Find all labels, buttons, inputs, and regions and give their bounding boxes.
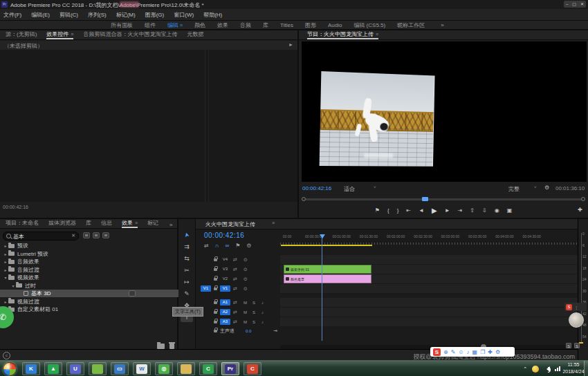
panel-menu-icon[interactable]: ≡ [71, 32, 73, 37]
network-icon[interactable] [555, 366, 560, 371]
scrub-right-handle[interactable] [581, 197, 585, 201]
taskbar-app-green[interactable]: ▲ [44, 362, 62, 375]
voiceover-mic-icon[interactable]: ♪ [261, 310, 264, 314]
workspace-menu-icon[interactable]: ≡ [180, 23, 183, 28]
tab-project-0[interactable]: 项目：未命名 [6, 219, 39, 228]
add-button-icon[interactable]: ✚ [578, 207, 582, 213]
chevron-down-icon[interactable]: ˅ [534, 185, 537, 189]
sync-lock-icon[interactable]: ⇄ [233, 300, 237, 306]
tab-program[interactable]: 节目：火火中国龙淘宝上传≡ [307, 30, 378, 39]
settings-icon[interactable]: ⚙ [495, 349, 500, 355]
voiceover-mic-icon[interactable]: ♪ [261, 301, 264, 305]
scrub-left-handle[interactable] [302, 197, 306, 201]
minimize-icon[interactable]: – [566, 1, 568, 8]
tree-item-4[interactable]: ▾视频效果 [0, 274, 180, 281]
export-frame-button[interactable]: ◉ [495, 207, 499, 214]
lock-icon[interactable] [214, 330, 217, 332]
skin-icon[interactable]: ✚ [488, 349, 493, 355]
taskbar-app-circle[interactable]: ◎ [155, 362, 173, 375]
track-target-V1[interactable]: V1 [220, 285, 230, 292]
lock-icon[interactable] [214, 311, 217, 314]
emoji-icon[interactable]: ☺ [458, 349, 463, 355]
panel-menu-icon[interactable]: ≡ [135, 220, 138, 225]
track-visible-eye-icon[interactable]: ⊙ [244, 267, 248, 272]
taskbar-app-camtasia[interactable]: C [199, 362, 217, 375]
sogou-logo-icon[interactable]: S [433, 348, 441, 356]
playhead-line[interactable] [322, 237, 322, 341]
workspace-tab-10[interactable]: 编辑 (CS5.5) [353, 21, 385, 29]
menu-item-3[interactable]: 序列(S) [88, 11, 107, 19]
linked-selection-icon[interactable]: ∞ [225, 243, 229, 249]
close-icon[interactable]: ✕ [580, 1, 584, 8]
delete-trash-icon[interactable] [169, 344, 174, 349]
taskbar-app-u[interactable]: U [66, 362, 84, 375]
track-target-V4[interactable]: V4 [220, 256, 230, 263]
sync-lock-icon[interactable]: ⇄ [233, 276, 237, 282]
step-back-button[interactable]: ◄ [419, 207, 424, 214]
workspace-tab-5[interactable]: 音频 [240, 21, 251, 29]
slip-tool[interactable]: ↦ [181, 276, 193, 287]
taskbar-app-monster[interactable] [89, 362, 107, 375]
search-value[interactable]: 基本 [13, 233, 24, 241]
sogou-input-toolbar[interactable]: S ⊕✎☺♪▦❐✚⚙ [430, 347, 515, 357]
comparison-view-button[interactable]: ▣ [507, 207, 513, 214]
track-visible-eye-icon[interactable]: ⊙ [244, 276, 248, 282]
workspace-tab-1[interactable]: 组件 [145, 21, 156, 29]
window-controls[interactable]: – ▢ ✕ [564, 1, 586, 8]
tab-source-1[interactable]: 效果控件≡ [46, 30, 73, 39]
workspace-tab-7[interactable]: Titles [280, 22, 293, 28]
tab-source-0[interactable]: 源：(无剪辑) [6, 30, 37, 39]
razor-tool[interactable]: ✂ [181, 265, 193, 275]
mark-in-button[interactable]: { [387, 207, 389, 214]
mute-button[interactable]: M [244, 310, 247, 314]
32bit-effects-filter-icon[interactable] [93, 232, 100, 238]
title-bar[interactable]: Pr Adobe Premiere Pro CC 2018 - D:\我的文档\… [0, 0, 588, 10]
track-target-A2[interactable]: A2 [220, 309, 230, 315]
ripple-edit-tool[interactable]: ⇆ [181, 253, 193, 263]
workspace-tab-11[interactable]: 昵称工作区 [397, 21, 425, 29]
clip-0[interactable]: 嵌套序列 01 [284, 265, 371, 274]
chevron-right-icon[interactable]: ▸ [3, 252, 8, 256]
clipboard-icon[interactable]: ❐ [480, 349, 485, 355]
clip-1[interactable]: 颜色遮罩 [284, 274, 371, 283]
tree-item-0[interactable]: ▸预设 [0, 242, 180, 250]
panel-menu-icon[interactable]: ≡ [272, 220, 275, 225]
add-marker-button[interactable]: ⚑ [375, 207, 380, 214]
chevron-down-icon[interactable]: ▾ [3, 275, 8, 280]
lock-icon[interactable] [214, 278, 217, 281]
workspace-tab-9[interactable]: Audio [328, 22, 342, 28]
menu-item-0[interactable]: 文件(F) [3, 11, 21, 19]
workspace-tab-6[interactable]: 库 [263, 21, 268, 29]
expand-arrow-icon[interactable]: ► [288, 42, 293, 47]
tab-sequence[interactable]: 火火中国龙淘宝上传 [205, 220, 255, 228]
settings-wrench-icon[interactable]: ⚙ [544, 185, 549, 191]
sync-lock-icon[interactable]: ⇄ [233, 257, 237, 263]
maximize-icon[interactable]: ▢ [572, 1, 576, 8]
tab-project-1[interactable]: 媒体浏览器 [48, 219, 76, 228]
chevron-down-icon[interactable]: ▾ [10, 283, 16, 288]
taskbar-app-video[interactable]: ▭ [111, 362, 129, 375]
timeline-timecode[interactable]: 00:00:42:16 [204, 232, 244, 239]
mute-button[interactable]: M [244, 301, 247, 305]
taskbar-clock[interactable]: 11:55 2018/4/24 [560, 361, 587, 375]
menu-item-5[interactable]: 图形(G) [145, 11, 165, 19]
tree-item-8[interactable]: ▸自定义素材箱 01 [0, 306, 180, 313]
tab-project-2[interactable]: 库 [86, 219, 91, 228]
sync-lock-icon[interactable]: ⇄ [233, 286, 237, 292]
tray-expand-icon[interactable]: ⌃ [523, 366, 527, 372]
yuv-effects-filter-icon[interactable] [102, 232, 109, 238]
clear-search-icon[interactable]: ✕ [71, 233, 75, 238]
chevron-right-icon[interactable]: ▸ [3, 299, 8, 304]
menu-item-7[interactable]: 帮助(H) [203, 11, 222, 19]
program-position-timecode[interactable]: 00:00:42:16 [302, 185, 331, 191]
solo-button[interactable]: S [566, 343, 571, 348]
menu-item-6[interactable]: 窗口(W) [174, 11, 194, 19]
panel-overflow-icon[interactable]: » [169, 222, 172, 228]
floating-avatar[interactable] [569, 312, 584, 328]
track-lane[interactable] [280, 255, 578, 265]
workspace-overflow-icon[interactable]: » [441, 22, 443, 28]
taskbar-app-word[interactable]: W [133, 362, 151, 375]
solo-button[interactable]: S [574, 343, 580, 348]
track-target-A1[interactable]: A1 [220, 299, 230, 306]
add-marker-icon[interactable]: ⚑ [235, 243, 240, 249]
